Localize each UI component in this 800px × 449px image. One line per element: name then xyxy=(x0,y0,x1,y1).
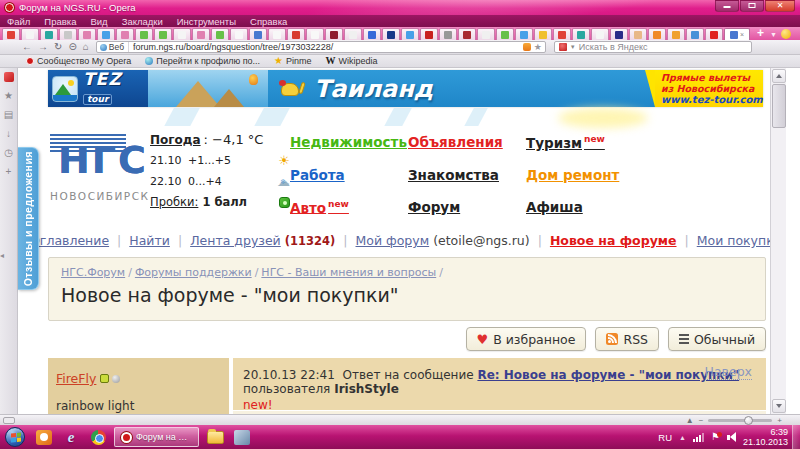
weather-label[interactable]: Погода xyxy=(150,133,201,147)
bookmark-star-icon[interactable]: ★ xyxy=(534,43,542,52)
downloads-panel-icon[interactable]: ↓ xyxy=(6,129,11,139)
browser-tab[interactable] xyxy=(667,28,685,40)
browser-tab[interactable] xyxy=(610,28,628,40)
rewind-button[interactable]: ⊝ xyxy=(68,42,76,52)
bookmarks-panel-icon[interactable] xyxy=(4,72,14,82)
favorite-button[interactable]: ♥ В избранное xyxy=(466,327,587,351)
site-link-afisha[interactable]: Афишаnew xyxy=(526,199,636,216)
traffic-label[interactable]: Пробки: xyxy=(150,195,198,209)
browser-tab[interactable] xyxy=(173,28,191,40)
new-tab-button[interactable]: + xyxy=(757,27,764,39)
search-engine-icon[interactable] xyxy=(559,43,567,51)
url-text[interactable]: forum.ngs.ru/board/ngsquestion/tree/1973… xyxy=(133,42,523,52)
feedback-tab[interactable]: Отзывы и предложения xyxy=(18,147,39,290)
taskbar-explorer-folder-icon[interactable] xyxy=(204,427,226,447)
nav-contents[interactable]: Оглавление xyxy=(30,233,109,248)
tray-clock[interactable]: 6:39 21.10.2013 xyxy=(743,427,788,447)
author-profile-badge-icon[interactable] xyxy=(100,374,109,383)
site-link-ads[interactable]: Объявленияnew xyxy=(408,134,526,151)
tray-expand-icon[interactable]: ▲ xyxy=(679,434,686,441)
start-button[interactable] xyxy=(5,427,25,447)
browser-tab[interactable] xyxy=(648,28,666,40)
search-placeholder[interactable]: Искать в Яндекс xyxy=(579,42,648,52)
scroll-up-button[interactable] xyxy=(772,69,786,83)
site-link-auto[interactable]: Автоnew xyxy=(290,199,408,216)
browser-tab[interactable] xyxy=(363,28,381,40)
forward-button[interactable]: → xyxy=(38,42,48,52)
menu-help[interactable]: Справка xyxy=(250,16,287,27)
browser-tab[interactable] xyxy=(230,28,248,40)
browser-tab[interactable] xyxy=(21,28,39,40)
search-field[interactable]: ▼ Искать в Яндекс xyxy=(554,41,752,53)
weather-widget[interactable]: Погода : −4,1 °C 21.10 +1...+5 ☀ 22.10 0… xyxy=(150,132,290,215)
nav-friends-feed[interactable]: Лента друзей xyxy=(190,233,281,248)
crumb-forum-root[interactable]: НГС.Форум xyxy=(61,266,125,279)
browser-tab[interactable] xyxy=(268,28,286,40)
zoom-slider-handle[interactable] xyxy=(744,416,753,425)
menu-bookmarks[interactable]: Закладки xyxy=(122,16,163,27)
browser-tab[interactable] xyxy=(116,28,134,40)
search-engine-dropdown-icon[interactable]: ▼ xyxy=(570,44,576,50)
browser-tab[interactable] xyxy=(249,28,267,40)
network-icon[interactable] xyxy=(693,433,704,442)
browser-tab[interactable] xyxy=(325,28,343,40)
taskbar-internet-explorer-icon[interactable]: e xyxy=(60,427,82,447)
tab-active[interactable]: × xyxy=(724,28,750,40)
panel-collapse-arrow-icon[interactable]: ◂ xyxy=(0,248,8,264)
close-button[interactable]: ✕ xyxy=(765,0,795,12)
browser-tab[interactable] xyxy=(515,28,533,40)
browser-tab[interactable] xyxy=(78,28,96,40)
browser-tab[interactable] xyxy=(572,28,590,40)
browser-tab[interactable] xyxy=(686,28,704,40)
bookmark-wikipedia[interactable]: WWikipedia xyxy=(326,56,378,66)
ngs-logo[interactable]: НГС xyxy=(58,138,148,182)
browser-tab[interactable] xyxy=(401,28,419,40)
browser-tab[interactable] xyxy=(40,28,58,40)
panels-toggle-icon[interactable] xyxy=(781,29,791,39)
zoom-out-icon[interactable]: − xyxy=(699,417,704,425)
browser-tab[interactable] xyxy=(420,28,438,40)
browser-tab[interactable] xyxy=(344,28,362,40)
address-field[interactable]: Веб forum.ngs.ru/board/ngsquestion/tree/… xyxy=(96,41,546,53)
nav-new-on-forum[interactable]: Новое на форуме xyxy=(550,233,677,248)
maximize-button[interactable] xyxy=(740,0,764,12)
status-panel-icon[interactable] xyxy=(3,417,15,424)
browser-tab[interactable] xyxy=(496,28,514,40)
show-desktop-button[interactable] xyxy=(792,425,800,449)
browser-tab[interactable] xyxy=(553,28,571,40)
tab-close-icon[interactable]: × xyxy=(740,31,744,38)
taskbar-chrome-icon[interactable] xyxy=(87,427,109,447)
nav-my-purchases[interactable]: Мои покупки xyxy=(697,233,770,248)
taskbar-active-opera-task[interactable]: Форум на NGS.R... xyxy=(114,427,199,447)
bookmark-pinme[interactable]: ★Pinme xyxy=(274,56,311,66)
author-link[interactable]: FireFly xyxy=(56,371,96,386)
tab-list-dropdown-icon[interactable]: ▼ xyxy=(770,31,777,38)
zoom-slider-track[interactable] xyxy=(708,419,772,422)
language-indicator[interactable]: RU xyxy=(658,432,672,443)
security-badge[interactable]: Веб xyxy=(100,42,129,52)
menu-file[interactable]: Файл xyxy=(7,16,30,27)
bookmark-profile[interactable]: Перейти к профилю по... xyxy=(145,56,260,66)
window-titlebar[interactable]: Форум на NGS.RU - Opera ✕ xyxy=(0,0,800,15)
notes-panel-icon[interactable]: ▤ xyxy=(4,110,13,120)
zoom-menu-icon[interactable]: ▲ xyxy=(686,417,694,425)
site-link-tourism[interactable]: Туризмnew xyxy=(526,134,636,151)
view-mode-button[interactable]: Обычный xyxy=(668,327,766,351)
browser-tab[interactable] xyxy=(439,28,457,40)
scrollbar[interactable] xyxy=(770,68,786,414)
scroll-down-button[interactable] xyxy=(772,399,786,413)
nav-search[interactable]: Найти xyxy=(129,233,170,248)
bookmark-my-opera[interactable]: Сообщество My Opera xyxy=(26,56,131,66)
browser-tab[interactable] xyxy=(211,28,229,40)
ad-banner[interactable]: TEZ tour Таиланд Прямые вылеты из Новоси… xyxy=(48,70,763,107)
browser-tab[interactable] xyxy=(477,28,495,40)
star-panel-icon[interactable]: ★ xyxy=(4,91,13,101)
browser-tab[interactable] xyxy=(591,28,609,40)
history-panel-icon[interactable]: ◷ xyxy=(4,148,13,158)
menu-edit[interactable]: Правка xyxy=(44,16,76,27)
browser-tab[interactable] xyxy=(97,28,115,40)
browser-tab[interactable] xyxy=(287,28,305,40)
browser-tab[interactable] xyxy=(154,28,172,40)
action-center-flag-icon[interactable]: ⚑ xyxy=(711,432,720,442)
browser-tab[interactable] xyxy=(2,28,20,40)
